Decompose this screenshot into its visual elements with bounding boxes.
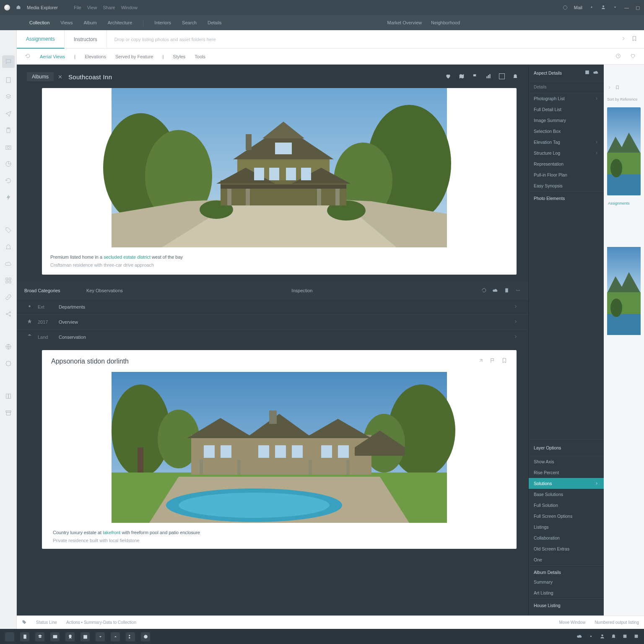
sb-upload-icon[interactable] xyxy=(111,632,120,641)
rail-redo-icon[interactable] xyxy=(4,176,13,185)
irow-g4-1[interactable]: Full Screen Options xyxy=(529,511,604,522)
proprow-1[interactable]: 2017 Overview xyxy=(17,314,528,329)
card2-flag-icon[interactable] xyxy=(490,358,496,365)
nav-center-market[interactable]: Market Overview xyxy=(387,20,422,25)
nav-collection[interactable]: Collection xyxy=(29,20,49,25)
rail-puzzle-icon[interactable] xyxy=(4,359,13,368)
sb-sq1-icon[interactable] xyxy=(622,633,628,641)
tab-instructors[interactable]: Instructors xyxy=(65,30,107,48)
hdr-map-icon[interactable] xyxy=(459,73,465,80)
rail-layers-icon[interactable] xyxy=(4,92,13,101)
irow-g1-1[interactable]: Full Detail List xyxy=(529,104,604,115)
sb-doc-icon[interactable] xyxy=(20,632,29,641)
rail-bell-icon[interactable] xyxy=(4,242,13,252)
rail-cloud-icon[interactable] xyxy=(4,259,13,268)
nav-center-neighborhood[interactable]: Neighborhood xyxy=(431,20,460,25)
midbar-cloud-icon[interactable] xyxy=(493,288,498,294)
menu-window[interactable]: Window xyxy=(121,5,138,10)
tab-expand-icon[interactable] xyxy=(621,36,626,43)
menu-file[interactable]: File xyxy=(74,5,81,10)
sb-target-icon[interactable] xyxy=(141,632,150,641)
rail-send-icon[interactable] xyxy=(4,109,13,118)
midbar-option[interactable]: Inspection xyxy=(291,288,312,293)
rail-grid-icon[interactable] xyxy=(4,276,13,285)
irow-g5-1[interactable]: Art Listing xyxy=(529,587,604,598)
rail-tag-icon[interactable] xyxy=(4,226,13,235)
cards-pill[interactable]: Albums xyxy=(27,72,54,81)
gear-icon[interactable] xyxy=(589,5,594,10)
listing-card-1[interactable]: Premium listed home in a secluded estate… xyxy=(42,88,517,275)
nav-interiors[interactable]: Interiors xyxy=(154,20,171,25)
rail-clipboard-icon[interactable] xyxy=(4,126,13,135)
filter-styles[interactable]: Styles xyxy=(173,54,185,59)
sb-download-icon[interactable] xyxy=(96,632,105,641)
hdr-bell-icon[interactable] xyxy=(512,73,518,80)
sb-scissors-icon[interactable] xyxy=(126,632,135,641)
midbar-doc2-icon[interactable] xyxy=(504,288,509,294)
cards-close-icon[interactable]: ✕ xyxy=(58,74,62,80)
menu-view[interactable]: View xyxy=(87,5,97,10)
thumb-bookmark-icon[interactable] xyxy=(615,84,620,91)
bottombar-tag-icon[interactable] xyxy=(22,620,27,626)
titlebar-mail[interactable]: Mail xyxy=(574,5,582,10)
filter-aerial[interactable]: Aerial Views xyxy=(40,54,65,59)
irow-g3-3[interactable]: Base Solutions xyxy=(529,489,604,500)
tab-bookmark-icon[interactable] xyxy=(631,36,637,43)
sb-badge-icon[interactable] xyxy=(65,632,75,641)
irow-g4-5[interactable]: One xyxy=(529,554,604,565)
irow-g3-1[interactable]: Rise Percent xyxy=(529,467,604,478)
midbar-refresh-icon[interactable] xyxy=(481,288,487,294)
thumb-1[interactable] xyxy=(607,107,641,195)
sb-gear-icon[interactable] xyxy=(588,633,594,641)
filter-tools[interactable]: Tools xyxy=(195,54,205,59)
thumb-expand-icon[interactable] xyxy=(607,84,612,91)
irow-g1-0[interactable]: Photograph List xyxy=(529,93,604,104)
proprow-2[interactable]: Land Conservation xyxy=(17,329,528,344)
midbar-left[interactable]: Broad Categories xyxy=(24,288,75,293)
sb-sq2-icon[interactable] xyxy=(634,633,639,641)
inspector-box-icon[interactable] xyxy=(584,70,590,76)
sb-calendar-icon[interactable] xyxy=(80,632,90,641)
nav-album[interactable]: Album xyxy=(83,20,96,25)
download-icon[interactable] xyxy=(613,5,618,10)
rail-book-icon[interactable] xyxy=(4,392,13,401)
irow-g1-5[interactable]: Structure Log xyxy=(529,148,604,158)
listing-card-2[interactable]: Appsonoria stidon dorlinth Country xyxy=(42,350,517,548)
card2-expand-icon[interactable] xyxy=(478,358,484,365)
filter-feature[interactable]: Served by Feature xyxy=(115,54,153,59)
filter-refresh-icon[interactable] xyxy=(25,53,31,60)
rail-link-icon[interactable] xyxy=(4,293,13,302)
proprow-0[interactable]: Ext Departments xyxy=(17,299,528,314)
thumb-2[interactable] xyxy=(607,211,641,371)
home-icon[interactable] xyxy=(16,5,21,10)
card2-bookmark-icon[interactable] xyxy=(501,358,507,365)
irow-g1-7[interactable]: Pull-in Floor Plan xyxy=(529,169,604,180)
midbar-more-icon[interactable] xyxy=(515,288,521,294)
nav-architecture[interactable]: Architecture xyxy=(108,20,132,25)
nav-details[interactable]: Details xyxy=(208,20,222,25)
irow-g4-4[interactable]: Old Screen Extras xyxy=(529,543,604,554)
sb-menu-icon[interactable] xyxy=(5,632,14,641)
irow-g5-0[interactable]: Summary xyxy=(529,576,604,587)
rail-globe-icon[interactable] xyxy=(4,342,13,351)
rail-camera-icon[interactable] xyxy=(4,143,13,152)
rail-archive-icon[interactable] xyxy=(4,408,13,418)
irow-g3-0[interactable]: Show Axis xyxy=(529,456,604,467)
sb-bell-icon[interactable] xyxy=(611,633,616,641)
maximize-icon[interactable]: ▢ xyxy=(636,5,640,10)
nav-search[interactable]: Search xyxy=(182,20,197,25)
minimize-icon[interactable]: — xyxy=(624,5,629,10)
irow-g4-0[interactable]: Full Solution xyxy=(529,500,604,511)
menu-share[interactable]: Share xyxy=(103,5,115,10)
user-icon[interactable] xyxy=(601,5,606,10)
sb-layers-icon[interactable] xyxy=(35,632,44,641)
rail-pie-icon[interactable] xyxy=(4,159,13,169)
nav-views[interactable]: Views xyxy=(60,20,73,25)
rail-bolt-icon[interactable] xyxy=(4,193,13,202)
irow-g1-2[interactable]: Image Summary xyxy=(529,115,604,126)
irow-g1-3[interactable]: Selection Box xyxy=(529,126,604,137)
filter-clock-icon[interactable] xyxy=(615,53,621,60)
irow-g1-8[interactable]: Easy Synopsis xyxy=(529,180,604,191)
sb-image-icon[interactable] xyxy=(50,632,60,641)
irow-g4-3[interactable]: Collaboration xyxy=(529,532,604,543)
